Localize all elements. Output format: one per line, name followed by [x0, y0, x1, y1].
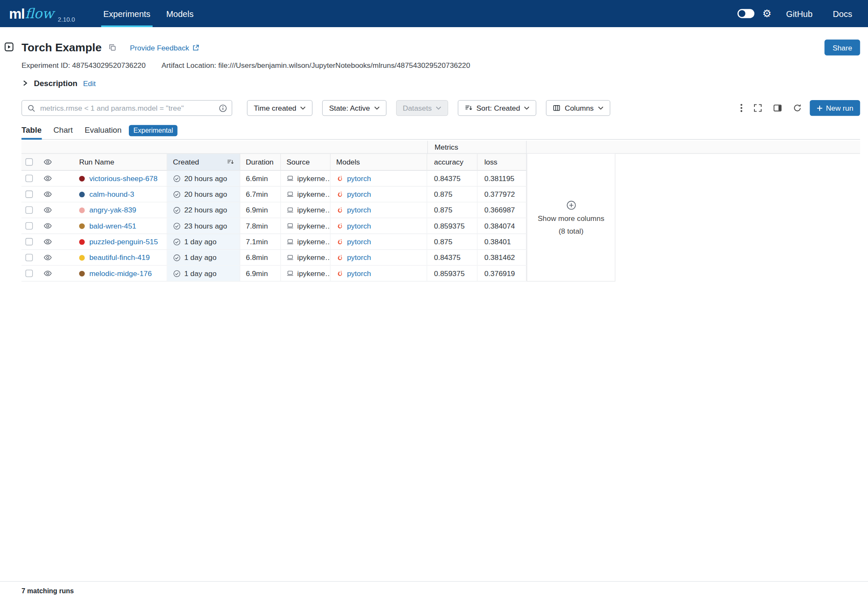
run-accuracy-cell: 0.84375	[427, 171, 478, 186]
row-checkbox[interactable]	[25, 175, 33, 182]
row-checkbox[interactable]	[25, 254, 33, 261]
provide-feedback-label: Provide Feedback	[130, 43, 189, 52]
col-accuracy[interactable]: accuracy	[427, 154, 478, 170]
row-checkbox-cell	[22, 266, 40, 281]
pytorch-icon	[336, 254, 343, 261]
finished-check-icon	[173, 174, 181, 182]
visibility-eye-icon[interactable]	[44, 174, 52, 183]
refresh-icon[interactable]	[793, 103, 801, 112]
row-checkbox[interactable]	[25, 222, 33, 229]
plus-icon	[816, 105, 823, 111]
notebook-icon	[287, 207, 294, 214]
search-input[interactable]	[22, 100, 232, 116]
col-run-name[interactable]: Run Name	[62, 154, 167, 170]
row-checkbox[interactable]	[25, 270, 33, 277]
new-run-button[interactable]: New run	[810, 100, 860, 116]
share-button[interactable]: Share	[825, 39, 860, 55]
visibility-header-cell	[39, 154, 62, 170]
col-loss[interactable]: loss	[478, 154, 527, 170]
tab-evaluation[interactable]: Evaluation	[85, 126, 122, 139]
run-name-link[interactable]: puzzled-penguin-515	[89, 237, 158, 246]
model-link[interactable]: pytorch	[347, 206, 371, 214]
theme-toggle[interactable]	[737, 9, 754, 18]
row-checkbox[interactable]	[25, 238, 33, 245]
run-duration-cell: 7.1min	[240, 234, 281, 249]
pytorch-icon	[336, 222, 343, 229]
side-panel-icon[interactable]	[773, 103, 782, 112]
model-link[interactable]: pytorch	[347, 222, 371, 230]
model-link[interactable]: pytorch	[347, 237, 371, 246]
model-link[interactable]: pytorch	[347, 190, 371, 198]
pytorch-icon	[336, 270, 343, 277]
columns-button[interactable]: Columns	[546, 100, 610, 116]
row-checkbox[interactable]	[25, 190, 33, 198]
toggle-knob	[739, 10, 746, 17]
fullscreen-icon[interactable]	[753, 103, 762, 112]
nav-github[interactable]: GitHub	[778, 9, 821, 19]
visibility-eye-icon[interactable]	[44, 158, 52, 166]
time-created-filter-button[interactable]: Time created	[247, 100, 313, 116]
run-color-dot	[79, 191, 85, 197]
table-row: bald-wren-451 23 hours ago 7.8min ipyker…	[22, 218, 527, 234]
provide-feedback-link[interactable]: Provide Feedback	[130, 43, 200, 52]
info-icon[interactable]	[219, 104, 227, 112]
visibility-eye-icon[interactable]	[44, 269, 52, 278]
model-link[interactable]: pytorch	[347, 269, 371, 278]
visibility-eye-icon[interactable]	[44, 253, 52, 262]
run-name-link[interactable]: bald-wren-451	[89, 222, 136, 230]
visibility-eye-icon[interactable]	[44, 237, 52, 246]
view-tabs: Table Chart Evaluation Experimental	[22, 124, 860, 140]
row-checkbox-cell	[22, 250, 40, 265]
run-color-dot	[79, 176, 85, 181]
nav-models[interactable]: Models	[159, 0, 202, 27]
run-duration-cell: 6.8min	[240, 250, 281, 265]
run-name-link[interactable]: beautiful-finch-419	[89, 253, 150, 262]
more-options-kebab-icon[interactable]	[740, 103, 742, 112]
gear-icon[interactable]: ⚙	[762, 8, 772, 19]
state-filter-button[interactable]: State: Active	[323, 100, 387, 116]
run-name-link[interactable]: melodic-midge-176	[89, 269, 152, 278]
chevron-right-icon[interactable]	[22, 80, 28, 87]
state-filter-label: State: Active	[329, 104, 370, 112]
run-source-cell: ipykerne…	[281, 266, 331, 281]
run-name-link[interactable]: victorious-sheep-678	[89, 174, 158, 183]
row-checkbox[interactable]	[25, 207, 33, 214]
model-link[interactable]: pytorch	[347, 253, 371, 262]
finished-check-icon	[173, 269, 181, 277]
copy-icon[interactable]	[108, 44, 117, 52]
model-link[interactable]: pytorch	[347, 174, 371, 183]
sort-icon	[465, 104, 473, 112]
new-run-label: New run	[826, 104, 854, 112]
nav-docs[interactable]: Docs	[825, 9, 860, 19]
pytorch-icon	[336, 207, 343, 214]
run-created-cell: 23 hours ago	[167, 218, 240, 234]
experiment-header: Torch Example Provide Feedback Share	[22, 39, 860, 55]
run-models-cell: pytorch	[331, 187, 427, 202]
show-more-columns-button[interactable]: Show more columns (8 total)	[527, 154, 615, 282]
visibility-eye-icon[interactable]	[44, 190, 52, 198]
mlflow-logo[interactable]: mlflow 2.10.0	[9, 0, 75, 27]
run-name-cell: angry-yak-839	[62, 202, 167, 218]
tab-table[interactable]: Table	[22, 126, 42, 139]
col-created[interactable]: Created	[167, 154, 240, 170]
search-icon	[27, 104, 36, 112]
run-name-link[interactable]: angry-yak-839	[89, 206, 136, 214]
table-row: puzzled-penguin-515 1 day ago 7.1min ipy…	[22, 234, 527, 250]
experiment-icon	[5, 42, 14, 51]
run-name-link[interactable]: calm-hound-3	[89, 190, 134, 198]
col-duration[interactable]: Duration	[240, 154, 281, 170]
run-models-cell: pytorch	[331, 202, 427, 218]
tab-chart[interactable]: Chart	[53, 126, 73, 139]
col-models[interactable]: Models	[331, 154, 427, 170]
run-loss-cell: 0.377972	[478, 187, 527, 202]
description-edit-link[interactable]: Edit	[83, 79, 96, 87]
visibility-eye-icon[interactable]	[44, 222, 52, 230]
datasets-filter-button[interactable]: Datasets	[396, 100, 448, 116]
col-source[interactable]: Source	[281, 154, 331, 170]
select-all-checkbox[interactable]	[25, 158, 33, 165]
version-label: 2.10.0	[58, 16, 75, 27]
sort-button[interactable]: Sort: Created	[458, 100, 537, 116]
nav-experiments[interactable]: Experiments	[95, 0, 158, 27]
run-models-cell: pytorch	[331, 234, 427, 249]
visibility-eye-icon[interactable]	[44, 206, 52, 214]
